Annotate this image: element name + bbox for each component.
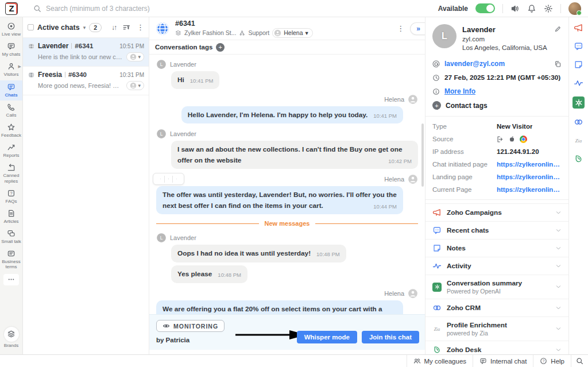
articles-icon — [7, 209, 16, 218]
accordion-profile-enrichment[interactable]: Zia Profile Enrichment powered by Zia — [425, 316, 568, 341]
sidebar-item-live-view[interactable]: Live view — [0, 20, 22, 40]
sidebar-item-small-talk[interactable]: Small talk — [0, 227, 22, 247]
bottombar-help[interactable]: ? Help — [533, 355, 571, 367]
sound-icon[interactable] — [510, 4, 520, 13]
accordion-notes[interactable]: Notes — [425, 239, 568, 257]
whisper-mode-button[interactable]: Whisper mode — [297, 331, 357, 343]
add-contact-tag-button[interactable]: + — [432, 101, 441, 110]
copy-icon[interactable] — [554, 60, 562, 68]
quote-icon[interactable] — [173, 175, 180, 183]
my-chats-icon — [7, 42, 16, 51]
gear-icon[interactable] — [544, 4, 553, 13]
chat-list-item[interactable]: Freesia #6340 10:31 PM More good news, F… — [23, 67, 149, 95]
rail-campaigns-icon[interactable] — [574, 23, 583, 33]
more-options-icon[interactable]: ⋮ — [137, 23, 144, 32]
sidebar-more-button[interactable] — [3, 274, 19, 285]
availability-toggle[interactable] — [475, 3, 495, 13]
rail-notes-icon[interactable] — [574, 60, 583, 69]
sort-icon[interactable]: ↓↑ — [111, 24, 116, 32]
accordion-zoho-campaigns[interactable]: Zoho Campaigns — [425, 203, 568, 221]
field-label: Current Page — [432, 186, 497, 193]
sidebar-item-brands[interactable]: Brands — [0, 324, 22, 351]
sidebar-item-label: Calls — [6, 113, 17, 118]
svg-text:L: L — [160, 132, 163, 137]
accordion-conversation-summary[interactable]: Conversation summary Powered by OpenAI — [425, 275, 568, 299]
agent-avatar-icon — [130, 53, 137, 60]
message-time: 10:48 PM — [218, 271, 241, 280]
integration-rail: Zia — [568, 17, 588, 354]
visitor-email-link[interactable]: lavender@zyl.com — [444, 60, 550, 68]
sidebar-item-business-terms[interactable]: Business terms — [0, 247, 22, 272]
svg-text:Zia: Zia — [434, 327, 440, 332]
sidebar-item-label: Reports — [3, 153, 19, 158]
rail-recent-chats-icon[interactable] — [574, 41, 583, 51]
sidebar-item-label: FAQs — [5, 199, 17, 204]
bell-icon[interactable] — [527, 4, 536, 13]
link-icon[interactable] — [157, 175, 164, 183]
filter-icon[interactable] — [122, 24, 130, 32]
monitoring-badge: MONITORING — [156, 320, 225, 332]
accordion-title: Zoho Campaigns — [447, 208, 502, 217]
info-icon — [432, 88, 440, 95]
global-search[interactable]: Search (minimum of 3 characters) — [33, 5, 438, 13]
brand-icon — [175, 30, 181, 36]
sidebar-item-visitors[interactable]: Visitors ▶ — [0, 60, 22, 80]
join-chat-button[interactable]: Join this chat — [362, 331, 419, 343]
assign-agent-pill[interactable]: ▾ — [126, 81, 144, 90]
rail-openai-icon[interactable] — [572, 96, 585, 109]
assigned-agent-dropdown[interactable]: Helena ▾ — [272, 28, 313, 38]
monitoring-label: MONITORING — [173, 323, 218, 330]
zoho-salesiq-logo[interactable]: Z — [5, 2, 18, 15]
chevron-down-icon: ▾ — [83, 25, 86, 30]
message-sender-name: Lavender — [170, 234, 196, 241]
chevron-down-icon — [555, 245, 562, 252]
edit-pencil-icon[interactable] — [554, 25, 562, 33]
sidebar-item-articles[interactable]: Articles — [0, 207, 22, 227]
visitor-field-row: IP address121.244.91.20 — [425, 145, 568, 158]
select-all-checkbox[interactable] — [28, 24, 34, 30]
copy-icon[interactable] — [165, 175, 172, 183]
field-value-link[interactable]: https://zylkeronline.w... — [497, 161, 562, 168]
user-avatar[interactable] — [568, 2, 581, 15]
rail-desk-icon[interactable] — [574, 154, 583, 164]
sidebar-item-my-chats[interactable]: My chats — [0, 40, 22, 60]
divider — [425, 116, 568, 117]
bottombar-label: Help — [551, 358, 564, 365]
message-group: HelenaWe are offering you a flat 20% off… — [156, 288, 418, 314]
assign-agent-pill[interactable]: ▾ — [126, 52, 144, 61]
conversation-tags-label: Conversation tags — [155, 44, 212, 51]
field-value-link[interactable]: https://zylkeronline.w... — [497, 173, 562, 180]
sidebar-item-faqs[interactable]: ? FAQs — [0, 187, 22, 207]
bottombar-internal-chat[interactable]: Internal chat — [473, 355, 533, 367]
bottom-search-icon[interactable] — [571, 355, 588, 367]
field-value-link[interactable]: https://zylkeronline.w... — [497, 186, 562, 193]
accordion-recent-chats[interactable]: Recent chats — [425, 221, 568, 239]
agent-avatar-icon — [130, 82, 137, 89]
rail-crm-icon[interactable] — [574, 117, 583, 127]
svg-text:L: L — [160, 235, 163, 241]
chat-filter-dropdown[interactable]: Active chats — [37, 24, 80, 32]
message-bubble: I saw an ad about the new collections. I… — [171, 141, 418, 169]
rail-zia-icon[interactable]: Zia — [574, 136, 583, 145]
sidebar-item-feedback[interactable]: Feedback — [0, 121, 22, 141]
bottombar-my-colleagues[interactable]: My colleagues — [407, 355, 473, 367]
add-tag-button[interactable]: + — [216, 43, 225, 52]
accordion-activity[interactable]: Activity — [425, 257, 568, 275]
scrollbar[interactable] — [421, 123, 424, 187]
collapse-panel-button[interactable]: » — [410, 22, 425, 35]
chevron-down-icon — [555, 284, 562, 290]
sidebar-item-label: Live view — [2, 32, 21, 37]
visitor-avatar: L — [156, 59, 167, 69]
chat-more-options-icon[interactable]: ⋮ — [397, 24, 404, 33]
visitor-field-row: Source — [425, 133, 568, 145]
accordion-zoho-crm[interactable]: Zoho CRM — [425, 299, 568, 316]
rail-activity-icon[interactable] — [574, 78, 583, 88]
chat-list-item[interactable]: Lavender #6341 10:51 PM Here is the link… — [23, 38, 149, 67]
sidebar-item-reports[interactable]: Reports — [0, 141, 22, 161]
sidebar-item-chats[interactable]: Chats — [0, 80, 22, 101]
accordion-zoho-desk[interactable]: Zoho Desk — [425, 341, 568, 354]
more-info-link[interactable]: More Info — [444, 87, 475, 95]
sidebar-item-canned-replies[interactable]: Canned replies — [0, 161, 22, 186]
sidebar-item-calls[interactable]: Calls — [0, 101, 22, 121]
clock-icon — [432, 74, 440, 82]
